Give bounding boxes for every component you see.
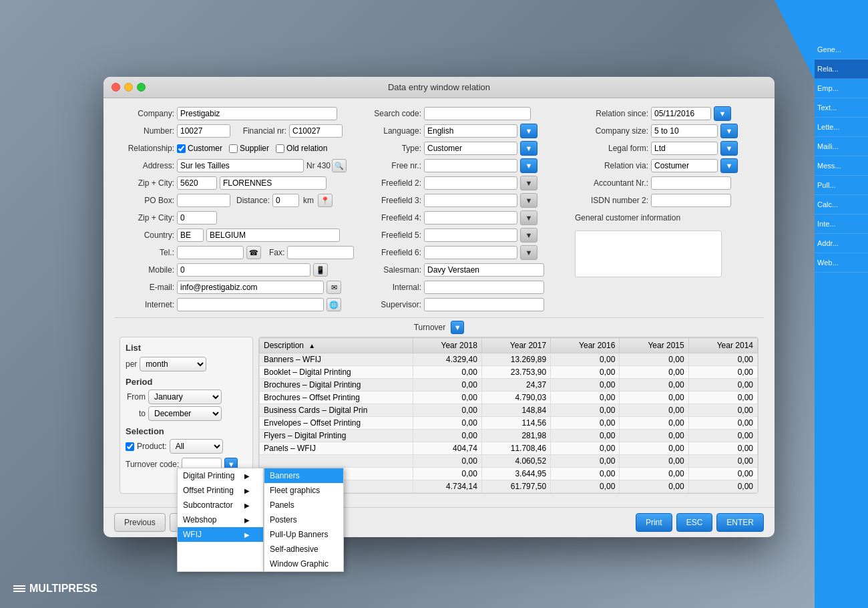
email-icon-btn[interactable]: ✉ — [327, 281, 341, 294]
freefield4-input[interactable] — [424, 211, 517, 224]
freefield6-input[interactable] — [424, 246, 517, 259]
panel-item-addr[interactable]: Addr... — [815, 234, 868, 253]
supplier-checkbox[interactable] — [229, 144, 238, 153]
search-code-input[interactable] — [424, 107, 531, 120]
distance-icon-btn[interactable]: 📍 — [318, 194, 333, 207]
accountant-input[interactable] — [651, 176, 731, 190]
minimize-button[interactable] — [124, 83, 133, 92]
salesman-input[interactable] — [424, 263, 544, 277]
freefield2-dropdown-btn[interactable]: ▼ — [520, 176, 537, 190]
zip-input[interactable] — [177, 176, 217, 190]
mobile-icon-btn[interactable]: 📱 — [313, 263, 328, 277]
financial-nr-input[interactable] — [289, 124, 343, 138]
product-checkbox[interactable] — [126, 442, 134, 451]
language-input[interactable] — [424, 124, 517, 138]
number-input[interactable] — [177, 124, 230, 138]
menu-webshop[interactable]: Webshop ▶ — [178, 512, 263, 527]
free-nr-dropdown-btn[interactable]: ▼ — [520, 158, 537, 173]
freefield3-input[interactable] — [424, 194, 517, 207]
turnover-dropdown-btn[interactable]: ▼ — [451, 321, 464, 334]
maximize-button[interactable] — [137, 83, 146, 92]
tel-icon-btn[interactable]: ☎ — [246, 246, 261, 259]
freefield2-input[interactable] — [424, 176, 517, 190]
supervisor-input[interactable] — [424, 298, 544, 311]
menu-offset-printing[interactable]: Offset Printing ▶ — [178, 483, 263, 498]
col-description[interactable]: Description ▲ — [260, 338, 413, 353]
panel-item-pull[interactable]: Pull... — [815, 176, 868, 195]
company-size-dropdown-btn[interactable]: ▼ — [720, 124, 738, 138]
relation-since-input[interactable] — [651, 107, 711, 120]
submenu-panels[interactable]: Panels — [264, 498, 343, 512]
supplier-checkbox-label[interactable]: Supplier — [229, 144, 269, 153]
freefield5-dropdown-btn[interactable]: ▼ — [520, 228, 537, 243]
menu-subcontractor[interactable]: Subcontractor ▶ — [178, 498, 263, 512]
email-input[interactable] — [177, 281, 324, 294]
freefield6-dropdown-btn[interactable]: ▼ — [520, 245, 537, 260]
col-year-2016[interactable]: Year 2016 — [551, 338, 620, 353]
relation-since-dropdown-btn[interactable]: ▼ — [714, 106, 731, 121]
freefield4-dropdown-btn[interactable]: ▼ — [520, 210, 537, 225]
panel-item-relation[interactable]: Rela... — [815, 59, 868, 79]
old-relation-checkbox-label[interactable]: Old relation — [276, 144, 327, 153]
relation-via-input[interactable] — [651, 159, 718, 172]
submenu-window-graphic[interactable]: Window Graphic — [264, 557, 343, 571]
panel-item-employee[interactable]: Emp... — [815, 79, 868, 98]
panel-item-mailing[interactable]: Maili... — [815, 137, 868, 156]
tel-input[interactable] — [177, 246, 244, 259]
col-year-2017[interactable]: Year 2017 — [481, 338, 550, 353]
fax-input[interactable] — [287, 246, 354, 259]
col-year-2015[interactable]: Year 2015 — [620, 338, 688, 353]
free-nr-input[interactable] — [424, 159, 517, 172]
panel-item-text[interactable]: Text... — [815, 98, 868, 118]
language-dropdown-btn[interactable]: ▼ — [520, 124, 537, 138]
panel-item-calc[interactable]: Calc... — [815, 195, 868, 214]
freefield5-input[interactable] — [424, 229, 517, 242]
menu-wfij[interactable]: WFIJ ▶ — [178, 527, 263, 542]
isdn-input[interactable] — [651, 194, 731, 207]
legal-form-dropdown-btn[interactable]: ▼ — [720, 141, 738, 156]
type-input[interactable] — [424, 142, 517, 155]
country-code-input[interactable] — [177, 229, 204, 242]
submenu-banners[interactable]: Banners — [264, 468, 343, 483]
company-input[interactable] — [177, 107, 337, 120]
po-box-input[interactable] — [177, 194, 230, 207]
old-relation-checkbox[interactable] — [276, 144, 284, 153]
menu-digital-printing[interactable]: Digital Printing ▶ — [178, 468, 263, 483]
customer-checkbox[interactable] — [177, 144, 186, 153]
esc-button[interactable]: ESC — [676, 513, 713, 532]
close-button[interactable] — [112, 83, 120, 92]
submenu-pull-up-banners[interactable]: Pull-Up Banners — [264, 527, 343, 542]
internet-input[interactable] — [177, 298, 324, 311]
previous-button[interactable]: Previous — [114, 513, 166, 532]
from-select[interactable]: January February — [148, 390, 222, 404]
type-dropdown-btn[interactable]: ▼ — [520, 141, 537, 156]
panel-item-general[interactable]: Gene... — [815, 40, 868, 59]
relation-via-dropdown-btn[interactable]: ▼ — [720, 158, 738, 173]
submenu-posters[interactable]: Posters — [264, 512, 343, 527]
customer-checkbox-label[interactable]: Customer — [177, 144, 222, 153]
address-icon-btn[interactable]: 🔍 — [332, 159, 347, 172]
general-info-box[interactable] — [575, 231, 722, 277]
submenu-fleet-graphics[interactable]: Fleet graphics — [264, 483, 343, 498]
print-button[interactable]: Print — [636, 513, 672, 532]
panel-item-inte[interactable]: Inte... — [815, 214, 868, 234]
internet-icon-btn[interactable]: 🌐 — [327, 298, 341, 311]
country-name-input[interactable] — [206, 229, 340, 242]
product-select[interactable]: All — [170, 439, 223, 454]
freefield3-dropdown-btn[interactable]: ▼ — [520, 193, 537, 208]
col-year-2018[interactable]: Year 2018 — [413, 338, 481, 353]
company-size-input[interactable] — [651, 124, 718, 138]
to-select[interactable]: December November — [148, 406, 222, 421]
zip2-input[interactable] — [177, 211, 217, 224]
city-input[interactable] — [220, 176, 327, 190]
legal-form-input[interactable] — [651, 142, 718, 155]
panel-item-web[interactable]: Web... — [815, 253, 868, 273]
mobile-input[interactable] — [177, 263, 310, 277]
col-year-2014[interactable]: Year 2014 — [688, 338, 757, 353]
address-input[interactable] — [177, 159, 304, 172]
panel-item-message[interactable]: Mess... — [815, 156, 868, 176]
per-select[interactable]: month quarter year — [140, 357, 206, 371]
distance-input[interactable] — [272, 194, 299, 207]
panel-item-letter[interactable]: Lette... — [815, 118, 868, 137]
internal-input[interactable] — [424, 281, 544, 294]
